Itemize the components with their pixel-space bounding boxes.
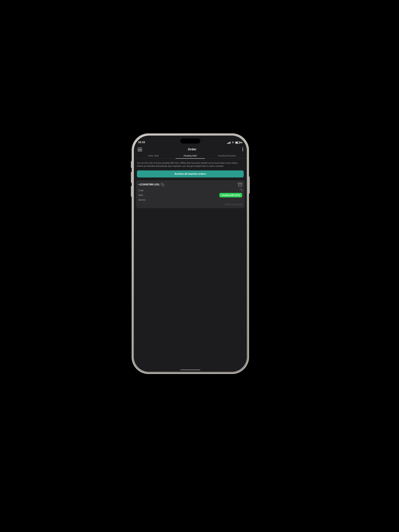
- wifi-icon: [232, 141, 234, 144]
- mute-button[interactable]: [131, 161, 132, 168]
- app-header: Order: [134, 145, 247, 153]
- sms-label: SMS: [138, 194, 143, 196]
- phone-number: +1234567890 (US): [138, 183, 159, 186]
- phone-wrapper: 16:33: [132, 133, 249, 374]
- description-text: You can find a list of all your pending …: [134, 159, 247, 170]
- more-options-button[interactable]: [242, 148, 243, 151]
- order-card: +1234567890 (US): [136, 180, 245, 208]
- tab-order-sms[interactable]: Order SMS: [135, 153, 172, 158]
- hamburger-line-3: [137, 151, 142, 151]
- order-timestamp: 2024-07-13 16:29:26: [138, 203, 242, 206]
- svg-rect-0: [162, 184, 164, 186]
- hamburger-line-2: [137, 149, 142, 150]
- scene: 16:33: [0, 0, 399, 532]
- dot-2: [242, 149, 243, 150]
- dot-3: [242, 150, 243, 151]
- battery-icon: 56: [235, 141, 242, 144]
- phone-screen: 16:33: [134, 136, 247, 372]
- battery-text: 56: [240, 141, 242, 144]
- order-card-header: +1234567890 (US): [138, 182, 242, 187]
- code-label: Code: [138, 189, 144, 192]
- order-fields: Code SMS Awaiting SMS (973) Service: [138, 188, 242, 202]
- service-field-row: Service: [138, 198, 242, 202]
- phone-shell: 16:33: [132, 133, 249, 374]
- hamburger-line-1: [137, 148, 142, 148]
- signal-bar-3: [229, 142, 229, 144]
- page-title: Order: [188, 148, 196, 151]
- sms-field-row: SMS Awaiting SMS (973): [138, 193, 242, 197]
- code-loading-spinner: [239, 189, 242, 192]
- status-icons: 56: [227, 141, 242, 144]
- archive-all-inactive-orders-button[interactable]: Archive all inactive orders: [137, 170, 244, 177]
- power-button[interactable]: [249, 177, 250, 194]
- volume-up-button[interactable]: [131, 172, 132, 183]
- signal-bar-4: [230, 142, 230, 144]
- signal-bar-1: [227, 143, 228, 144]
- tabs-container: Order SMS Pending SMS Pending Preorders: [134, 153, 247, 159]
- volume-down-button[interactable]: [131, 186, 132, 196]
- tab-pending-sms[interactable]: Pending SMS: [172, 153, 209, 158]
- service-label: Service: [138, 199, 146, 201]
- status-time: 16:33: [138, 141, 145, 144]
- home-indicator: [180, 369, 200, 370]
- copy-icon[interactable]: [161, 183, 164, 186]
- app-content: Order Order SMS Pending SMS: [134, 145, 247, 372]
- svg-rect-1: [238, 183, 242, 184]
- dot-1: [242, 148, 243, 148]
- status-badge: Awaiting SMS (973): [219, 193, 242, 197]
- code-field-row: Code: [138, 188, 242, 193]
- phone-number-row: +1234567890 (US): [138, 183, 164, 186]
- hamburger-menu-button[interactable]: [137, 148, 142, 151]
- dynamic-island: [180, 138, 200, 144]
- archive-order-button[interactable]: [238, 182, 242, 187]
- signal-bar-2: [228, 143, 229, 144]
- signal-icon: [227, 142, 230, 144]
- tab-pending-preorders[interactable]: Pending Preorders: [209, 153, 246, 158]
